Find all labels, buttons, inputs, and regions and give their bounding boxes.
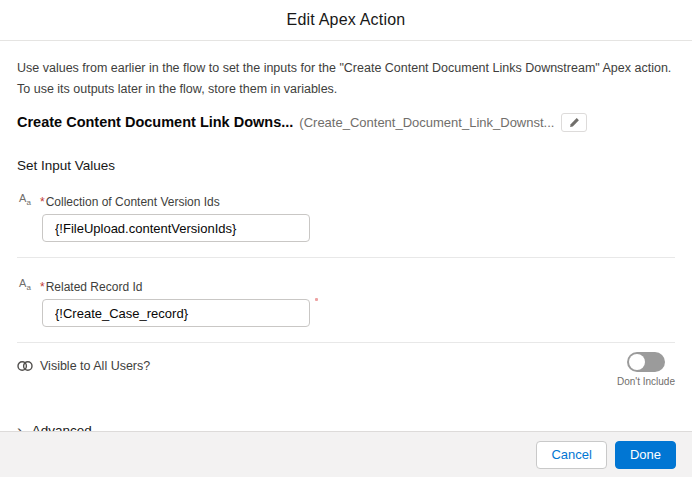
divider bbox=[17, 257, 675, 258]
toggle-label: Visible to All Users? bbox=[40, 359, 150, 373]
edit-apex-action-modal: Edit Apex Action Use values from earlier… bbox=[0, 0, 692, 477]
required-asterisk: * bbox=[40, 195, 45, 209]
toggle-type-icon bbox=[17, 359, 33, 373]
artifact-dot bbox=[315, 298, 318, 301]
input-field-row: Aa *Related Record Id bbox=[17, 277, 675, 327]
visible-to-all-users-row: Visible to All Users? Don't Include bbox=[17, 352, 675, 387]
done-button[interactable]: Done bbox=[615, 441, 676, 469]
modal-header: Edit Apex Action bbox=[0, 0, 692, 41]
action-header-row: Create Content Document Link Downs... (C… bbox=[17, 111, 675, 133]
section-title: Set Input Values bbox=[17, 158, 675, 173]
divider bbox=[17, 342, 675, 343]
modal-footer: Cancel Done bbox=[0, 431, 692, 477]
required-asterisk: * bbox=[40, 280, 45, 294]
modal-body: Use values from earlier in the flow to s… bbox=[0, 58, 692, 438]
input-field-row: Aa *Collection of Content Version Ids bbox=[17, 192, 675, 242]
field-label: *Collection of Content Version Ids bbox=[40, 195, 220, 209]
page-title: Edit Apex Action bbox=[287, 11, 406, 29]
toggle-state-label: Don't Include bbox=[617, 376, 675, 387]
related-record-id-input[interactable] bbox=[42, 299, 310, 327]
intro-text: Use values from earlier in the flow to s… bbox=[17, 58, 675, 100]
toggle-knob bbox=[629, 354, 645, 370]
edit-name-button[interactable] bbox=[561, 113, 587, 132]
text-type-icon: Aa bbox=[17, 192, 33, 209]
pencil-icon bbox=[569, 117, 580, 128]
text-type-icon: Aa bbox=[17, 277, 33, 294]
visible-to-all-users-toggle[interactable] bbox=[627, 352, 665, 372]
cancel-button[interactable]: Cancel bbox=[536, 441, 606, 469]
field-label: *Related Record Id bbox=[40, 280, 142, 294]
action-name: Create Content Document Link Downs... bbox=[17, 114, 293, 130]
action-api-name: (Create_Content_Document_Link_Downst... bbox=[299, 115, 554, 130]
content-version-ids-input[interactable] bbox=[42, 214, 310, 242]
